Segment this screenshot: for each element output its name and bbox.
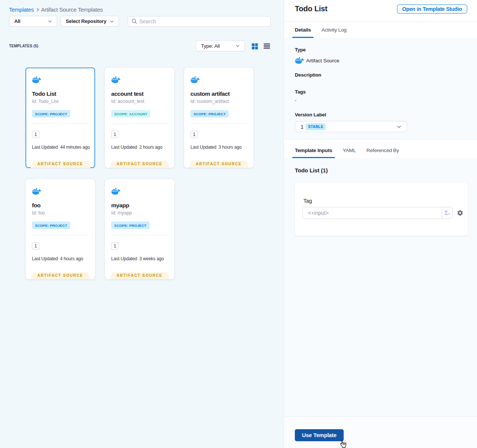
search-input[interactable] bbox=[139, 18, 267, 24]
card-divider bbox=[190, 123, 247, 124]
list-header: TEMPLATES (5) Type: All bbox=[9, 40, 270, 51]
scope-filter-value: All bbox=[14, 18, 20, 24]
card-version-count: 1 bbox=[32, 131, 39, 138]
card-title: myapp bbox=[111, 202, 129, 209]
tab-activity-log[interactable]: Activity Log bbox=[319, 22, 349, 38]
docker-icon bbox=[190, 76, 200, 83]
breadcrumb-templates-link[interactable]: Templates bbox=[9, 6, 34, 13]
chevron-down-icon bbox=[235, 44, 240, 48]
type-value: Artifact Source bbox=[306, 58, 340, 63]
gear-icon[interactable] bbox=[457, 210, 463, 216]
description-label: Description bbox=[295, 72, 321, 78]
inputs-tabs: Template Inputs YAML Referenced By bbox=[284, 139, 477, 158]
card-type-ribbon: ARTIFACT SOURCE bbox=[184, 161, 254, 168]
repository-filter-value: Select Repository bbox=[66, 18, 106, 24]
list-view-icon[interactable] bbox=[264, 43, 270, 50]
tag-field-label: Tag bbox=[303, 198, 460, 204]
card-type-ribbon: ARTIFACT SOURCE bbox=[26, 272, 95, 279]
template-details-panel: Todo List Open in Template Studio Detail… bbox=[284, 0, 477, 448]
card-divider bbox=[32, 235, 89, 235]
stable-badge: STABLE bbox=[306, 123, 325, 130]
type-label: Type bbox=[295, 47, 306, 53]
use-template-button[interactable]: Use Template bbox=[295, 429, 344, 441]
chevron-down-icon bbox=[110, 19, 114, 24]
details-tabs: Details Activity Log bbox=[284, 22, 477, 38]
type-filter-select[interactable]: Type: All bbox=[196, 40, 245, 51]
template-card-account-test[interactable]: account test Id: account_test SCOPE: ACC… bbox=[105, 68, 174, 168]
card-id: Id: custom_artifact bbox=[190, 99, 229, 104]
template-card-foo[interactable]: foo Id: foo SCOPE: PROJECT 1 Last Update… bbox=[26, 179, 95, 279]
tab-template-inputs[interactable]: Template Inputs bbox=[292, 140, 335, 158]
tags-label: Tags bbox=[295, 89, 306, 95]
tab-yaml[interactable]: YAML bbox=[340, 140, 359, 158]
chevron-down-icon bbox=[397, 124, 402, 129]
templates-count-label: TEMPLATES (5) bbox=[9, 44, 38, 48]
docker-icon bbox=[111, 76, 121, 83]
card-version-count: 1 bbox=[190, 131, 198, 138]
details-section: Type Artifact Source Descri bbox=[284, 38, 477, 139]
card-type-ribbon: ARTIFACT SOURCE bbox=[105, 272, 174, 279]
tag-input-wrap: Σx bbox=[302, 207, 453, 219]
card-divider bbox=[111, 123, 168, 124]
docker-icon bbox=[32, 188, 41, 195]
template-card-custom-artifact[interactable]: custom artifact Id: custom_artifact SCOP… bbox=[184, 68, 254, 168]
details-title: Todo List bbox=[295, 5, 397, 13]
card-type-ribbon: ARTIFACT SOURCE bbox=[26, 161, 95, 168]
card-id: Id: myapp bbox=[111, 210, 132, 216]
card-divider bbox=[32, 123, 89, 124]
type-value-row: Artifact Source bbox=[295, 57, 340, 64]
card-last-updated: Last Updated 44 minutes ago bbox=[32, 145, 90, 150]
search-box bbox=[128, 16, 271, 27]
card-id: Id: Todo_List bbox=[32, 99, 59, 104]
expression-sigma-icon[interactable]: Σx bbox=[442, 207, 452, 219]
docker-icon bbox=[295, 57, 304, 64]
templates-list-panel: Templates Artifact Source Templates All … bbox=[0, 0, 284, 448]
details-header: Todo List Open in Template Studio bbox=[284, 0, 477, 22]
version-value: 1 bbox=[300, 124, 303, 130]
docker-icon bbox=[111, 188, 121, 195]
card-last-updated: Last Updated 2 hours ago bbox=[111, 145, 162, 150]
search-icon bbox=[131, 18, 137, 24]
card-divider bbox=[111, 235, 168, 235]
tab-details[interactable]: Details bbox=[292, 22, 314, 38]
card-id: Id: account_test bbox=[111, 99, 144, 104]
card-last-updated: Last Updated 3 weeks ago bbox=[111, 256, 164, 261]
chevron-right-icon bbox=[36, 8, 40, 12]
grid-view-icon[interactable] bbox=[252, 43, 258, 50]
card-title: account test bbox=[111, 91, 143, 97]
repository-filter-select[interactable]: Select Repository bbox=[60, 16, 119, 27]
card-scope-badge: SCOPE: PROJECT bbox=[111, 222, 149, 229]
breadcrumb-current: Artifact Source Templates bbox=[41, 6, 103, 13]
breadcrumb: Templates Artifact Source Templates bbox=[9, 6, 103, 13]
inputs-card: Tag Σx bbox=[295, 183, 468, 236]
card-scope-badge: SCOPE: ACCOUNT bbox=[111, 110, 150, 118]
card-title: custom artifact bbox=[190, 91, 229, 97]
tab-referenced-by[interactable]: Referenced By bbox=[364, 140, 402, 158]
docker-icon bbox=[32, 76, 41, 83]
card-id: Id: foo bbox=[32, 210, 45, 216]
templates-grid: Todo List Id: Todo_List SCOPE: PROJECT 1… bbox=[26, 68, 266, 279]
card-last-updated: Last Updated 3 hours ago bbox=[190, 145, 242, 150]
template-inputs-section: Todo List (1) Tag Σx bbox=[284, 158, 477, 416]
card-version-count: 1 bbox=[111, 242, 119, 250]
type-filter-value: Type: All bbox=[201, 43, 220, 49]
open-in-template-studio-button[interactable]: Open in Template Studio bbox=[397, 5, 467, 14]
version-label: Version Label bbox=[295, 112, 326, 118]
template-card-myapp[interactable]: myapp Id: myapp SCOPE: PROJECT 1 Last Up… bbox=[105, 179, 174, 279]
chevron-down-icon bbox=[48, 19, 52, 24]
card-title: Todo List bbox=[32, 91, 56, 97]
card-type-ribbon: ARTIFACT SOURCE bbox=[105, 161, 174, 168]
card-scope-badge: SCOPE: PROJECT bbox=[190, 110, 229, 118]
tag-input[interactable] bbox=[303, 207, 442, 219]
filters-row: All Select Repository bbox=[9, 16, 271, 27]
details-footer: Use Template bbox=[284, 416, 477, 448]
tags-value: - bbox=[295, 97, 296, 103]
card-last-updated: Last Updated 4 hours ago bbox=[32, 256, 83, 261]
scope-filter-select[interactable]: All bbox=[9, 16, 57, 27]
card-scope-badge: SCOPE: PROJECT bbox=[32, 110, 70, 118]
card-scope-badge: SCOPE: PROJECT bbox=[32, 222, 70, 229]
template-card-todo-list[interactable]: Todo List Id: Todo_List SCOPE: PROJECT 1… bbox=[26, 68, 95, 168]
card-title: foo bbox=[32, 202, 41, 209]
version-select[interactable]: 1 STABLE bbox=[295, 121, 407, 132]
card-version-count: 1 bbox=[111, 131, 119, 138]
